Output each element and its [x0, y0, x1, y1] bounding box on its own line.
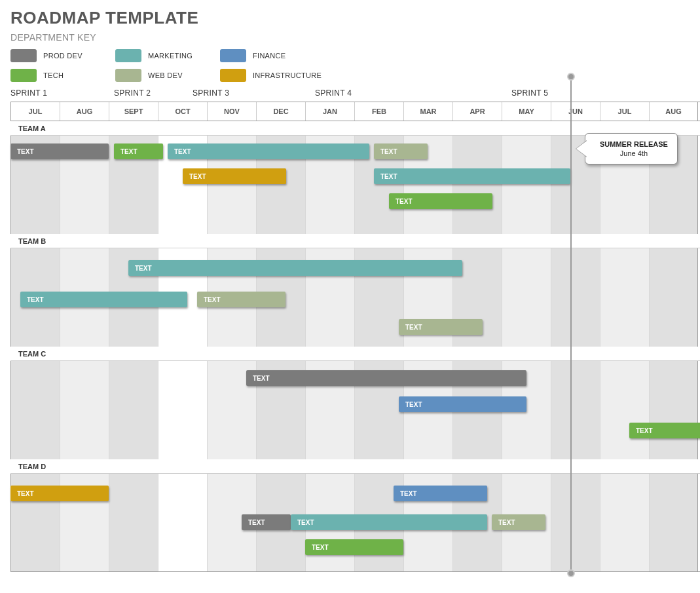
milestone-callout: SUMMER RELEASE June 4th — [585, 133, 678, 164]
task-bar[interactable]: TEXT — [10, 486, 109, 501]
month-cell: JUL — [600, 102, 649, 121]
callout-title: SUMMER RELEASE — [600, 140, 668, 148]
legend-title: DEPARTMENT KEY — [10, 32, 700, 43]
task-bar[interactable]: TEXT — [10, 143, 109, 159]
legend-item-marketing: MARKETING — [115, 49, 213, 62]
swatch-marketing — [115, 49, 141, 62]
task-bar[interactable]: TEXT — [20, 292, 187, 307]
legend-label: INFRASTRUCTURE — [253, 71, 322, 79]
team-section-b: TEAM B TEXT TEXT TEXT TEXT — [10, 234, 700, 347]
task-bar[interactable]: TEXT — [242, 514, 291, 530]
legend-label: TECH — [43, 71, 64, 79]
legend-item-proddev: PROD DEV — [10, 49, 109, 62]
task-bar[interactable]: TEXT — [374, 168, 570, 184]
legend-item-tech: TECH — [10, 69, 109, 82]
task-bar[interactable]: TEXT — [389, 193, 492, 209]
task-bar[interactable]: TEXT — [394, 486, 487, 501]
month-cell: NOV — [207, 102, 256, 121]
month-cell: OCT — [158, 102, 207, 121]
task-bar[interactable]: TEXT — [246, 370, 526, 386]
legend-item-finance: FINANCE — [220, 49, 318, 62]
team-header: TEAM B — [10, 234, 700, 248]
task-bar[interactable]: TEXT — [399, 396, 526, 412]
sprint-labels: SPRINT 1 SPRINT 2 SPRINT 3 SPRINT 4 SPRI… — [10, 88, 700, 102]
legend-label: WEB DEV — [148, 71, 183, 79]
month-cell: APR — [452, 102, 502, 121]
task-bar[interactable]: TEXT — [197, 292, 286, 307]
milestone-marker-dot — [567, 569, 575, 577]
task-bar[interactable]: TEXT — [629, 423, 700, 438]
sprint-label: SPRINT 2 — [114, 88, 151, 98]
month-cell: AUG — [649, 102, 698, 121]
page-title: ROADMAP TEMPLATE — [10, 8, 700, 28]
milestone-marker-dot — [567, 73, 575, 81]
sprint-label: SPRINT 5 — [511, 88, 548, 98]
month-cell: JUN — [551, 102, 600, 121]
task-bar[interactable]: TEXT — [492, 514, 545, 530]
month-cell: AUG — [60, 102, 109, 121]
month-cell: MAY — [502, 102, 551, 121]
timeline: SPRINT 1 SPRINT 2 SPRINT 3 SPRINT 4 SPRI… — [10, 88, 700, 560]
milestone-marker-line — [570, 77, 572, 573]
month-cell: SEPT — [109, 102, 158, 121]
callout-sub: June 4th — [600, 149, 668, 157]
swatch-finance — [220, 49, 246, 62]
month-cell: FEB — [354, 102, 403, 121]
team-section-d: TEAM D TEXT TEXT TEXT TEXT TEXT TEXT — [10, 459, 700, 572]
legend-label: PROD DEV — [43, 52, 83, 60]
team-d-lanes: TEXT TEXT TEXT TEXT TEXT TEXT — [10, 474, 700, 572]
task-bar[interactable]: TEXT — [305, 539, 403, 555]
task-bar[interactable]: TEXT — [114, 143, 163, 159]
month-cell: DEC — [256, 102, 305, 121]
swatch-infra — [220, 69, 246, 82]
task-bar[interactable]: TEXT — [399, 319, 483, 335]
legend-label: MARKETING — [148, 52, 193, 60]
team-header: TEAM C — [10, 347, 700, 361]
swatch-proddev — [10, 49, 37, 62]
months-header: JUL AUG SEPT OCT NOV DEC JAN FEB MAR APR… — [10, 102, 700, 121]
month-cell: JAN — [305, 102, 354, 121]
legend-label: FINANCE — [253, 52, 286, 60]
task-bar[interactable]: TEXT — [374, 143, 428, 159]
legend: PROD DEV MARKETING FINANCE TECH WEB DEV — [10, 49, 700, 82]
month-cell: JUL — [10, 102, 60, 121]
sprint-label: SPRINT 3 — [193, 88, 229, 98]
sprint-label: SPRINT 1 — [10, 88, 47, 98]
legend-item-infra: INFRASTRUCTURE — [220, 69, 338, 82]
swatch-webdev — [115, 69, 141, 82]
sprint-label: SPRINT 4 — [315, 88, 352, 98]
task-bar[interactable]: TEXT — [291, 514, 487, 530]
legend-item-webdev: WEB DEV — [115, 69, 213, 82]
team-section-c: TEAM C TEXT TEXT TEXT — [10, 347, 700, 459]
swatch-tech — [10, 69, 37, 82]
month-cell: MAR — [403, 102, 452, 121]
task-bar[interactable]: TEXT — [168, 143, 369, 159]
team-b-lanes: TEXT TEXT TEXT TEXT — [10, 248, 700, 347]
task-bar[interactable]: TEXT — [183, 168, 286, 184]
task-bar[interactable]: TEXT — [128, 260, 462, 276]
team-c-lanes: TEXT TEXT TEXT — [10, 361, 700, 459]
team-header: TEAM D — [10, 459, 700, 474]
